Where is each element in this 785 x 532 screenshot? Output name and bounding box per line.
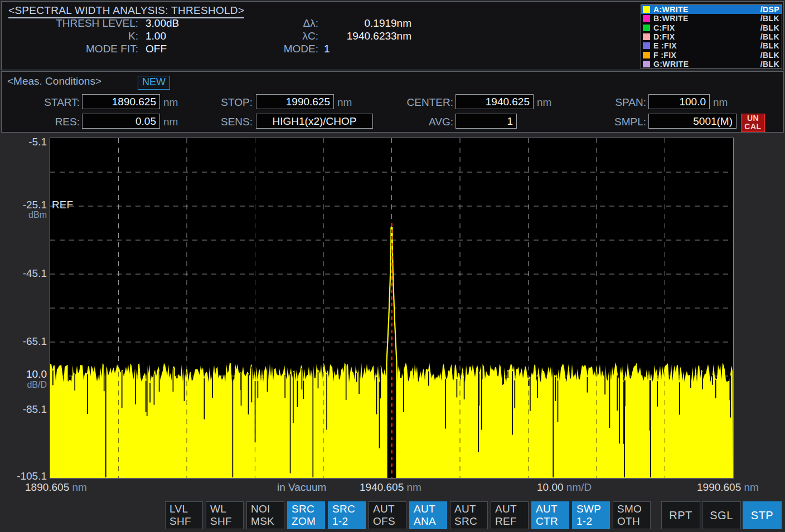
- softkey-aut-src[interactable]: AUTSRC: [450, 501, 488, 529]
- mode-label: MODE:: [247, 43, 318, 55]
- trace-row-g[interactable]: G:WRITE /BLK: [641, 60, 782, 69]
- trace-a-mode: /DSP: [760, 5, 779, 14]
- xlabel-stop: 1990.605 nm: [697, 481, 759, 494]
- delta-lambda-label: Δλ:: [247, 17, 318, 30]
- ytick--5.1: -5.1: [0, 136, 47, 148]
- k-label: K:: [13, 30, 138, 42]
- avg-label: AVG:: [392, 116, 453, 128]
- start-field[interactable]: 1890.625: [82, 94, 160, 109]
- new-badge[interactable]: NEW: [138, 76, 170, 90]
- xlabel-medium: in Vacuum: [277, 481, 326, 494]
- meas-conditions-title: <Meas. Conditions>: [7, 75, 101, 87]
- trace-e-color-swatch: [643, 42, 650, 49]
- softkey-aut-ctr[interactable]: AUTCTR: [531, 501, 569, 529]
- trace-a-color-swatch: [643, 6, 650, 13]
- k-value: 1.00: [146, 30, 166, 42]
- trace-g-mode: /BLK: [760, 60, 779, 69]
- trace-d-name: D:FIX: [653, 32, 760, 41]
- sens-label: SENS:: [200, 116, 253, 128]
- trace-f-mode: /BLK: [760, 51, 779, 60]
- stop-label: STOP:: [200, 96, 253, 109]
- ytick--45.1: -45.1: [0, 267, 47, 280]
- ytick--25.1: -25.1: [0, 199, 47, 211]
- trace-f-color-swatch: [643, 52, 650, 58]
- trace-row-d[interactable]: D:FIX /BLK: [641, 32, 782, 41]
- single-sweep-button[interactable]: SGL: [702, 501, 741, 529]
- y-scale-unit: dB/D: [0, 380, 47, 390]
- trace-c-name: C:FIX: [653, 23, 760, 32]
- softkey-noi-msk[interactable]: NOIMSK: [246, 501, 284, 529]
- stop-unit: nm: [337, 96, 352, 109]
- trace-row-b[interactable]: B:WRITE /BLK: [641, 14, 782, 23]
- trace-c-color-swatch: [643, 25, 650, 31]
- softkey-src-1-2[interactable]: SRC1-2: [328, 501, 366, 529]
- trace-list: A:WRITE /DSP B:WRITE /BLK C:FIX /BLK D:F…: [641, 4, 782, 69]
- start-unit: nm: [163, 96, 178, 109]
- res-unit: nm: [163, 116, 178, 128]
- softkey-src-zom[interactable]: SRCZOM: [287, 501, 325, 529]
- mode-fit-label: MODE FIT:: [13, 43, 138, 55]
- softkey-lvl-shf[interactable]: LVLSHF: [165, 501, 203, 529]
- mode-fit-value: OFF: [146, 43, 167, 55]
- start-label: START:: [24, 96, 80, 109]
- spectrum-plot-area: [50, 138, 734, 479]
- ytick--85.1: -85.1: [0, 403, 47, 416]
- softkey-aut-ref[interactable]: AUTREF: [491, 501, 529, 529]
- lambda-c-value: 1940.6233nm: [324, 30, 411, 42]
- trace-b-name: B:WRITE: [653, 14, 760, 23]
- thresh-level-value: 3.00dB: [146, 17, 179, 30]
- res-field[interactable]: 0.05: [82, 114, 160, 129]
- trace-g-color-swatch: [643, 61, 650, 67]
- delta-lambda-value: 0.1919nm: [324, 17, 411, 30]
- trace-e-name: E :FIX: [653, 41, 760, 50]
- ytick--65.1: -65.1: [0, 335, 47, 348]
- mode-value: 1: [324, 43, 330, 55]
- y-axis-unit: dBm: [0, 210, 47, 220]
- trace-b-color-swatch: [643, 15, 650, 22]
- softkey-smo-oth[interactable]: SMOOTH: [613, 501, 651, 529]
- trace-row-a[interactable]: A:WRITE /DSP: [641, 5, 782, 14]
- res-label: RES:: [24, 116, 80, 128]
- trace-a-name: A:WRITE: [653, 5, 760, 14]
- xlabel-center: 1940.605 nm: [360, 481, 421, 494]
- softkey-aut-ofs[interactable]: AUTOFS: [369, 501, 406, 529]
- xlabel-start: 1890.605 nm: [25, 481, 87, 494]
- thresh-level-label: THRESH LEVEL:: [13, 17, 138, 30]
- trace-g-name: G:WRITE: [653, 60, 760, 69]
- sens-field[interactable]: HIGH1(x2)/CHOP: [256, 114, 373, 129]
- stop-field[interactable]: 1990.625: [256, 94, 334, 109]
- trace-f-name: F :FIX: [653, 51, 760, 60]
- stop-sweep-button[interactable]: STP: [743, 501, 782, 529]
- softkey-wl-shf[interactable]: WLSHF: [206, 501, 244, 529]
- smpl-label: SMPL:: [593, 116, 646, 128]
- ytick--105.1: -105.1: [0, 470, 47, 482]
- osa-screen: <SPECTRAL WIDTH ANALYSIS: THRESHOLD> THR…: [0, 0, 785, 532]
- analysis-header-panel: <SPECTRAL WIDTH ANALYSIS: THRESHOLD> THR…: [1, 1, 784, 70]
- trace-row-c[interactable]: C:FIX /BLK: [641, 23, 782, 32]
- spectrum-chart: [50, 138, 733, 478]
- trace-e-mode: /BLK: [760, 41, 779, 50]
- softkey-aut-ana[interactable]: AUTANA: [409, 501, 447, 529]
- xlabel-scale: 10.00 nm/D: [537, 481, 592, 494]
- repeat-sweep-button[interactable]: RPT: [661, 501, 700, 529]
- smpl-field[interactable]: 5001(M): [648, 114, 736, 129]
- center-label: CENTER:: [392, 96, 453, 109]
- avg-field[interactable]: 1: [456, 114, 517, 129]
- center-unit: nm: [537, 96, 551, 109]
- meas-conditions-panel: <Meas. Conditions> NEW START: 1890.625 n…: [1, 71, 784, 133]
- uncal-badge: UNCAL: [741, 114, 765, 132]
- trace-row-f[interactable]: F :FIX /BLK: [641, 50, 782, 59]
- span-unit: nm: [713, 96, 728, 109]
- span-label: SPAN:: [593, 96, 646, 109]
- softkey-swp-1-2[interactable]: SWP1-2: [572, 501, 610, 529]
- analysis-title: <SPECTRAL WIDTH ANALYSIS: THRESHOLD>: [8, 4, 244, 18]
- trace-c-mode: /BLK: [760, 23, 779, 32]
- ref-level-label: REF: [52, 199, 73, 211]
- trace-d-color-swatch: [643, 33, 650, 40]
- y-scale-per-div: 10.0: [0, 368, 47, 380]
- span-field[interactable]: 100.0: [648, 94, 710, 109]
- trace-b-mode: /BLK: [760, 14, 779, 23]
- lambda-c-label: λC:: [247, 30, 318, 42]
- trace-row-e[interactable]: E :FIX /BLK: [641, 41, 782, 50]
- center-field[interactable]: 1940.625: [456, 94, 534, 109]
